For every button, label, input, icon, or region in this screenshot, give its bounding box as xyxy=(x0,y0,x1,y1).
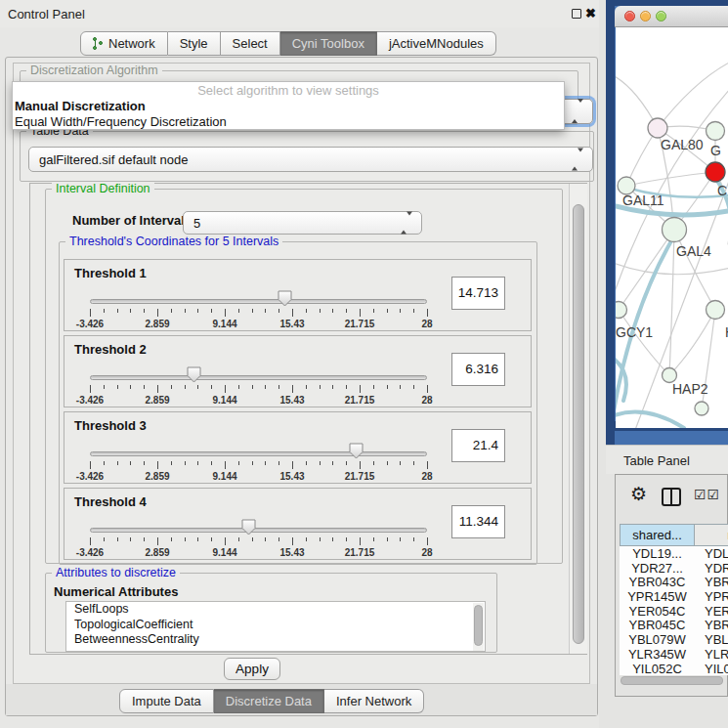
table-row[interactable]: YPR145WYPR1 xyxy=(620,589,728,604)
split-view-icon[interactable] xyxy=(662,488,681,506)
network-node-gal4[interactable] xyxy=(663,218,687,242)
dropdown-option-equal-width[interactable]: Equal Width/Frequency Discretization xyxy=(13,114,564,130)
network-node[interactable] xyxy=(695,402,708,415)
table-cell[interactable]: YBL079W xyxy=(620,632,695,647)
threshold-value-field[interactable]: 21.4 xyxy=(451,429,505,462)
table-cell[interactable]: YLR3 xyxy=(695,647,728,662)
table-cell[interactable]: YPR145W xyxy=(620,589,695,604)
network-edge[interactable] xyxy=(658,62,728,128)
table-cell[interactable]: YLR345W xyxy=(620,647,695,662)
slider-thumb[interactable] xyxy=(278,290,292,307)
tab-impute-data[interactable]: Impute Data xyxy=(119,689,214,713)
column-header-name[interactable]: na xyxy=(695,524,728,546)
network-edge[interactable] xyxy=(669,230,674,375)
top-tab-bar: Network Style Select Cyni Toolbox jActiv… xyxy=(80,31,496,56)
network-edge[interactable] xyxy=(674,230,715,310)
network-node-gal80[interactable] xyxy=(648,118,667,138)
table-cell[interactable]: YBR0 xyxy=(695,618,728,632)
tick-mark xyxy=(211,537,212,541)
threshold-slider-track[interactable] xyxy=(90,528,427,533)
table-cell[interactable]: YER0 xyxy=(695,604,728,619)
list-scrollbar[interactable] xyxy=(473,603,484,652)
tab-jactivemnodules[interactable]: jActiveMNodules xyxy=(377,31,496,56)
threshold-value-field[interactable]: 11.344 xyxy=(451,505,505,538)
table-data-combobox[interactable]: galFiltered.sif default node xyxy=(28,147,593,172)
table-row[interactable]: YBL079WYBL0 xyxy=(620,632,728,647)
numerical-attributes-list[interactable]: SelfLoops TopologicalCoefficient Between… xyxy=(65,601,486,652)
table-data-value: galFiltered.sif default node xyxy=(39,152,188,167)
tick-mark xyxy=(211,309,212,313)
network-node-label: C xyxy=(717,183,727,198)
close-traffic-light-icon[interactable] xyxy=(624,11,635,21)
slider-thumb[interactable] xyxy=(349,443,364,459)
threshold-slider-track[interactable] xyxy=(90,299,427,304)
table-cell[interactable]: YPR1 xyxy=(695,589,728,604)
table-cell[interactable]: YDL1 xyxy=(695,546,728,561)
list-item[interactable]: SelfLoops xyxy=(66,602,485,618)
table-cell[interactable]: YBL0 xyxy=(695,632,728,647)
slider-thumb[interactable] xyxy=(241,519,256,535)
table-row[interactable]: YDL19...YDL1 xyxy=(620,546,728,561)
apply-button[interactable]: Apply xyxy=(224,658,280,680)
slider-thumb[interactable] xyxy=(187,366,201,383)
table-cell[interactable]: YBR045C xyxy=(620,618,695,632)
tick-label: 28 xyxy=(421,471,432,482)
dropdown-option-manual[interactable]: Manual Discretization xyxy=(13,99,564,114)
network-edge-highlighted[interactable] xyxy=(616,412,684,428)
network-edge[interactable] xyxy=(616,262,728,275)
table-cell[interactable]: YDL19... xyxy=(620,546,695,561)
tick-mark xyxy=(400,537,401,541)
network-edge[interactable] xyxy=(619,310,669,375)
tab-cyni-toolbox[interactable]: Cyni Toolbox xyxy=(280,31,377,56)
column-header-shared-name[interactable]: shared... xyxy=(620,524,695,546)
gear-icon[interactable]: ⚙ xyxy=(630,483,647,505)
table-cell[interactable]: YIL0 xyxy=(695,662,728,676)
threshold-slider-track[interactable] xyxy=(90,375,427,380)
float-window-icon[interactable] xyxy=(572,9,581,19)
table-cell[interactable]: YBR043C xyxy=(620,575,695,589)
tick-label: 28 xyxy=(421,319,432,329)
list-item[interactable]: BetweennessCentrality xyxy=(66,632,485,648)
table-cell[interactable]: YDR27... xyxy=(620,561,695,576)
settings-scrollbar[interactable] xyxy=(569,184,587,654)
threshold-value-field[interactable]: 6.316 xyxy=(451,353,505,386)
table-row[interactable]: YBR045CYBR0 xyxy=(620,618,728,632)
scrollbar-thumb[interactable] xyxy=(573,204,584,644)
number-of-intervals-combobox[interactable]: 5 xyxy=(183,211,422,235)
tab-network[interactable]: Network xyxy=(80,31,168,56)
network-window-titlebar[interactable] xyxy=(615,6,728,27)
table-cell[interactable]: YBR0 xyxy=(695,575,728,589)
network-node-label: GAL11 xyxy=(622,193,664,208)
network-node-c[interactable] xyxy=(706,162,725,182)
tab-discretize-data[interactable]: Discretize Data xyxy=(214,689,324,713)
table-cell[interactable]: YIL052C xyxy=(620,662,695,676)
table-row[interactable]: YER054CYER0 xyxy=(620,604,728,619)
combo-arrows-icon xyxy=(572,103,583,120)
table-panel: ⚙ ☑☑ shared... na YDL19...YDL1YDR27...YD… xyxy=(615,474,728,697)
network-node-gcy1[interactable] xyxy=(616,302,627,319)
table-row[interactable]: YBR043CYBR0 xyxy=(620,575,728,589)
network-node-h[interactable] xyxy=(707,301,725,320)
tab-style[interactable]: Style xyxy=(168,31,221,56)
table-cell[interactable]: YER054C xyxy=(620,604,695,619)
tick-mark xyxy=(90,537,91,545)
network-edge[interactable] xyxy=(626,172,715,186)
table-cell[interactable]: YDR2 xyxy=(695,561,728,576)
table-row[interactable]: YLR345WYLR3 xyxy=(620,647,728,662)
threshold-slider-track[interactable] xyxy=(90,451,427,456)
network-node-g[interactable] xyxy=(707,122,725,141)
threshold-value-field[interactable]: 14.713 xyxy=(451,277,505,310)
table-row[interactable]: YDR27...YDR2 xyxy=(620,561,728,576)
table-row[interactable]: YIL052CYIL0 xyxy=(620,662,728,676)
table-horizontal-scrollbar[interactable] xyxy=(621,676,723,685)
thresholds-group: Threshold's Coordinates for 5 Intervals … xyxy=(59,241,537,565)
close-icon[interactable]: ✖ xyxy=(585,6,596,21)
tick-mark xyxy=(278,461,279,465)
list-item[interactable]: TopologicalCoefficient xyxy=(66,618,485,633)
minimize-traffic-light-icon[interactable] xyxy=(640,11,651,21)
zoom-traffic-light-icon[interactable] xyxy=(656,11,666,21)
tab-infer-network[interactable]: Infer Network xyxy=(324,689,424,713)
checkboxes-icon[interactable]: ☑☑ xyxy=(694,487,720,502)
tab-select[interactable]: Select xyxy=(221,31,280,56)
network-view-canvas[interactable]: GAL80GCGAL11GAL4GCY1HHAP2 xyxy=(616,27,728,428)
